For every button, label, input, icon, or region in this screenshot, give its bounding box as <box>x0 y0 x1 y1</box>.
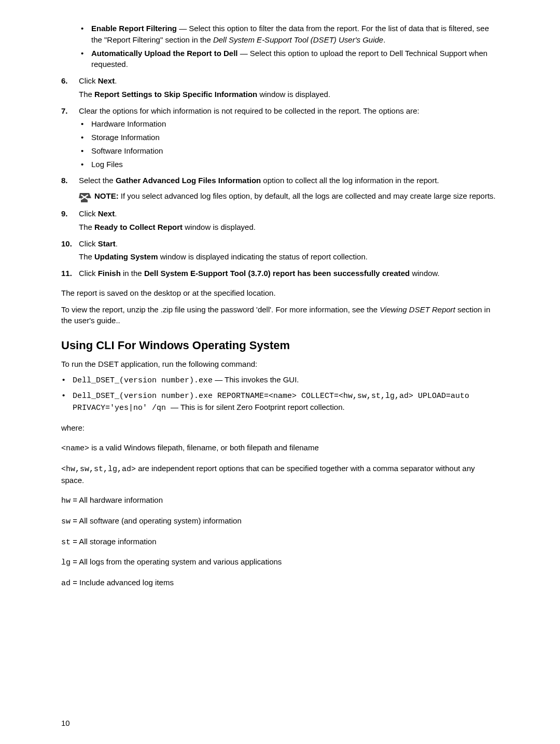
def-name: <name> is a valid Windows filepath, file… <box>61 442 499 454</box>
bullet-label: Enable Report Filtering <box>91 24 177 33</box>
text: = Include advanced log items <box>71 578 174 587</box>
step-8: 8. Select the Gather Advanced Log Files … <box>61 175 499 203</box>
text: window is displayed. <box>183 223 256 231</box>
text: is a valid Windows filepath, filename, o… <box>89 443 319 452</box>
step-number: 7. <box>61 105 68 117</box>
page: Enable Report Filtering — Select this op… <box>0 0 560 744</box>
step-7: 7. Clear the options for which informati… <box>61 105 499 170</box>
def-st: st = All storage information <box>61 536 499 548</box>
text: = All storage information <box>71 537 157 546</box>
text: window is displayed indicating the statu… <box>158 252 368 261</box>
text: window. <box>410 269 440 278</box>
label-next: Next <box>98 209 115 218</box>
text: . <box>115 209 117 218</box>
label-gather-logs: Gather Advanced Log Files Information <box>116 176 261 185</box>
label-start: Start <box>98 239 116 248</box>
bullet-text-b: . <box>383 35 385 44</box>
note-text: NOTE: If you select advanced log files o… <box>94 190 499 202</box>
step-5-continuation: Enable Report Filtering — Select this op… <box>61 23 499 70</box>
text: The <box>79 223 94 231</box>
text: Select the <box>79 176 116 185</box>
code: <name> <box>61 444 89 453</box>
step-intro: Clear the options for which information … <box>79 105 499 117</box>
text: = All logs from the operating system and… <box>71 557 282 566</box>
step-6: 6. Click Next. The Report Settings to Sk… <box>61 75 499 100</box>
label-window: Updating System <box>94 252 158 261</box>
bullet-label: Automatically Upload the Report to Dell <box>91 49 238 58</box>
def-sw: sw = All software (and operating system)… <box>61 515 499 528</box>
text: The <box>79 252 94 261</box>
def-lg: lg = All logs from the operating system … <box>61 556 499 569</box>
step-5-bullets: Enable Report Filtering — Select this op… <box>79 23 499 70</box>
label-next: Next <box>98 76 115 85</box>
cli-bullets: Dell_DSET_(version number).exe — This in… <box>61 374 499 414</box>
cli-intro: To run the DSET application, run the fol… <box>61 359 499 370</box>
text: = All hardware information <box>71 495 163 504</box>
code: lg <box>61 558 71 567</box>
step-line: Click Start. <box>79 238 499 250</box>
step-9: 9. Click Next. The Ready to Collect Repo… <box>61 208 499 233</box>
list-item: Software Information <box>79 145 499 157</box>
step-line: The Report Settings to Skip Specific Inf… <box>79 89 499 100</box>
list-item: Storage Information <box>79 132 499 143</box>
step-11: 11. Click Finish in the Dell System E-Su… <box>61 268 499 279</box>
cli-text: — This is for silent Zero Footprint repo… <box>171 403 345 411</box>
step-line: The Updating System window is displayed … <box>79 251 499 263</box>
bullet-enable-report-filtering: Enable Report Filtering — Select this op… <box>79 23 499 46</box>
text: option to collect all the log informatio… <box>261 176 439 185</box>
step-number: 8. <box>61 175 68 186</box>
def-ad: ad = Include advanced log items <box>61 577 499 589</box>
code: sw <box>61 517 71 526</box>
list-item: Dell_DSET_(version number).exe REPORTNAM… <box>61 390 499 415</box>
italic-report-title: Viewing DSET Report <box>380 305 455 314</box>
text: window is displayed. <box>257 90 330 99</box>
paragraph-view-report: To view the report, unzip the .zip file … <box>61 304 499 327</box>
code: st <box>61 538 71 547</box>
text: Click <box>79 76 98 85</box>
list-item: Hardware Information <box>79 118 499 130</box>
step-line: Select the Gather Advanced Log Files Inf… <box>79 175 499 186</box>
list-item: Dell_DSET_(version number).exe — This in… <box>61 374 499 387</box>
bullet-italic: Dell System E-Support Tool (DSET) User's… <box>213 35 383 44</box>
label-finish: Finish <box>98 269 121 278</box>
cli-code: Dell_DSET_(version number).exe <box>73 376 213 385</box>
note-body: If you select advanced log files option,… <box>121 191 496 200</box>
note-icon <box>79 191 91 203</box>
text: . <box>116 239 118 248</box>
note-block: NOTE: If you select advanced log files o… <box>79 190 499 203</box>
text: in the <box>121 269 144 278</box>
text: Click <box>79 269 98 278</box>
step-10: 10. Click Start. The Updating System win… <box>61 238 499 263</box>
label-window: Ready to Collect Report <box>94 223 183 231</box>
where-label: where: <box>61 422 499 434</box>
def-opts: <hw,sw,st,lg,ad> are independent report … <box>61 463 499 487</box>
text: . <box>115 76 117 85</box>
step-number: 11. <box>61 268 72 279</box>
step-line: Click Next. <box>79 75 499 87</box>
bullet-auto-upload: Automatically Upload the Report to Dell … <box>79 48 499 71</box>
text: Click <box>79 239 98 248</box>
list-item: Log Files <box>79 159 499 170</box>
step-line: The Ready to Collect Report window is di… <box>79 222 499 233</box>
text: = All software (and operating system) in… <box>71 516 242 525</box>
step-7-bullets: Hardware Information Storage Information… <box>79 118 499 170</box>
paragraph-report-saved: The report is saved on the desktop or at… <box>61 287 499 299</box>
cli-text: — This invokes the GUI. <box>213 375 299 384</box>
label-window: Report Settings to Skip Specific Informa… <box>94 90 257 99</box>
note-label: NOTE: <box>94 191 121 200</box>
def-hw: hw = All hardware information <box>61 494 499 507</box>
step-number: 10. <box>61 238 72 250</box>
page-number: 10 <box>61 719 70 727</box>
step-line: Click Next. <box>79 208 499 219</box>
label-window: Dell System E-Support Tool (3.7.0) repor… <box>144 269 410 278</box>
text: Click <box>79 209 98 218</box>
text: To view the report, unzip the .zip file … <box>61 305 380 314</box>
section-heading-cli: Using CLI For Windows Operating System <box>61 339 499 352</box>
code: <hw,sw,st,lg,ad> <box>61 465 136 474</box>
step-number: 9. <box>61 208 68 219</box>
step-number: 6. <box>61 75 68 87</box>
numbered-steps: Enable Report Filtering — Select this op… <box>61 23 499 279</box>
code: hw <box>61 497 71 505</box>
text: The <box>79 90 94 99</box>
step-line: Click Finish in the Dell System E-Suppor… <box>79 268 499 279</box>
